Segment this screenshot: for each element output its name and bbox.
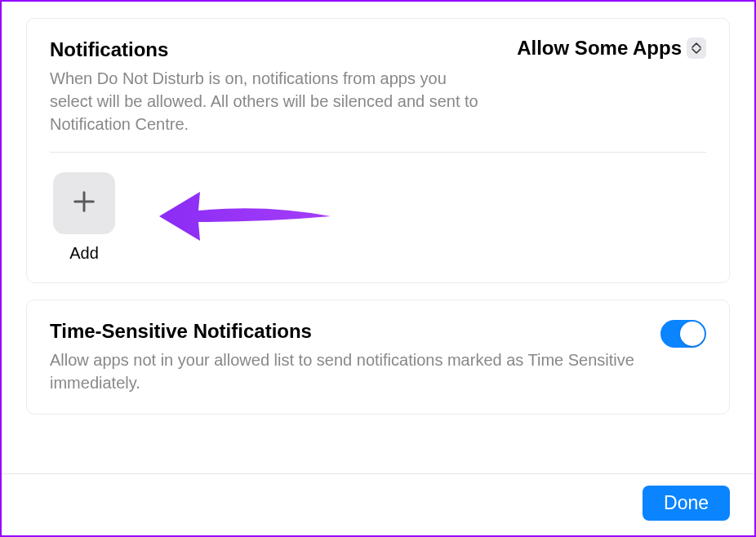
time-sensitive-card: Time-Sensitive Notifications Allow apps … (26, 300, 730, 415)
annotation-arrow-icon (159, 188, 339, 248)
footer: Done (2, 473, 754, 535)
add-label: Add (69, 244, 99, 263)
add-app-button[interactable] (53, 172, 115, 234)
notifications-title: Notifications (50, 37, 483, 62)
done-button[interactable]: Done (643, 486, 730, 521)
add-apps-section: Add (50, 153, 706, 263)
allow-mode-selected: Allow Some Apps (517, 37, 682, 60)
time-sensitive-description: Allow apps not in your allowed list to s… (50, 348, 660, 394)
notifications-description: When Do Not Disturb is on, notifications… (50, 67, 483, 135)
plus-icon (72, 189, 96, 217)
toggle-knob (680, 322, 705, 346)
time-sensitive-title: Time-Sensitive Notifications (50, 318, 660, 344)
allow-mode-dropdown[interactable]: Allow Some Apps (517, 37, 706, 60)
updown-chevron-icon (687, 38, 706, 59)
time-sensitive-toggle[interactable] (660, 320, 706, 348)
notifications-card: Notifications When Do Not Disturb is on,… (26, 18, 730, 283)
notifications-header: Notifications When Do Not Disturb is on,… (50, 37, 706, 135)
